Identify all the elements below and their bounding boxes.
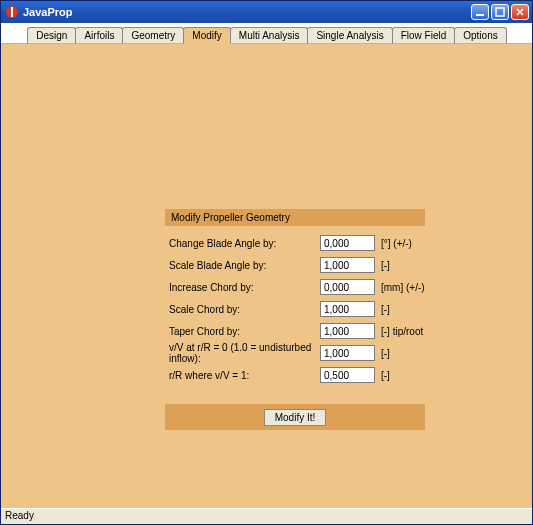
- minimize-button[interactable]: [471, 4, 489, 20]
- field-input[interactable]: [320, 235, 375, 251]
- form-row: v/V at r/R = 0 (1.0 = undisturbed inflow…: [165, 342, 425, 364]
- tab-geometry[interactable]: Geometry: [122, 27, 184, 44]
- tab-design[interactable]: Design: [27, 27, 76, 44]
- status-text: Ready: [5, 510, 34, 521]
- title-bar: JavaProp: [1, 1, 532, 23]
- field-unit: [-] tip/root: [381, 326, 423, 337]
- field-unit: [-]: [381, 348, 390, 359]
- field-unit: [mm] (+/-): [381, 282, 425, 293]
- panel-header: Modify Propeller Geometry: [165, 209, 425, 226]
- svg-rect-1: [11, 7, 13, 17]
- window-buttons: [471, 4, 529, 20]
- maximize-button[interactable]: [491, 4, 509, 20]
- tab-strip: DesignAirfoilsGeometryModifyMulti Analys…: [1, 23, 532, 44]
- field-input[interactable]: [320, 257, 375, 273]
- form-rows: Change Blade Angle by:[°] (+/-)Scale Bla…: [165, 232, 425, 386]
- field-unit: [°] (+/-): [381, 238, 412, 249]
- field-label: Taper Chord by:: [165, 326, 320, 337]
- tab-options[interactable]: Options: [454, 27, 506, 44]
- svg-rect-3: [496, 8, 504, 16]
- tab-modify[interactable]: Modify: [183, 27, 230, 44]
- field-label: Increase Chord by:: [165, 282, 320, 293]
- field-unit: [-]: [381, 304, 390, 315]
- field-label: Scale Chord by:: [165, 304, 320, 315]
- form-row: Scale Chord by:[-]: [165, 298, 425, 320]
- status-bar: Ready: [1, 508, 532, 524]
- form-row: Increase Chord by:[mm] (+/-): [165, 276, 425, 298]
- form-row: Change Blade Angle by:[°] (+/-): [165, 232, 425, 254]
- field-input[interactable]: [320, 323, 375, 339]
- form-row: r/R where v/V = 1:[-]: [165, 364, 425, 386]
- window-title: JavaProp: [23, 6, 471, 18]
- app-icon: [5, 5, 19, 19]
- button-bar: Modify It!: [165, 404, 425, 430]
- tab-flow-field[interactable]: Flow Field: [392, 27, 456, 44]
- field-label: v/V at r/R = 0 (1.0 = undisturbed inflow…: [165, 342, 320, 364]
- field-input[interactable]: [320, 301, 375, 317]
- modify-button[interactable]: Modify It!: [264, 409, 327, 426]
- form-row: Taper Chord by:[-] tip/root: [165, 320, 425, 342]
- field-input[interactable]: [320, 279, 375, 295]
- field-unit: [-]: [381, 370, 390, 381]
- svg-rect-2: [476, 14, 484, 16]
- close-button[interactable]: [511, 4, 529, 20]
- field-label: r/R where v/V = 1:: [165, 370, 320, 381]
- field-unit: [-]: [381, 260, 390, 271]
- field-input[interactable]: [320, 367, 375, 383]
- tab-multi-analysis[interactable]: Multi Analysis: [230, 27, 309, 44]
- field-label: Scale Blade Angle by:: [165, 260, 320, 271]
- modify-panel: Modify Propeller Geometry Change Blade A…: [165, 209, 425, 430]
- client-area: Modify Propeller Geometry Change Blade A…: [1, 44, 532, 508]
- field-label: Change Blade Angle by:: [165, 238, 320, 249]
- form-row: Scale Blade Angle by:[-]: [165, 254, 425, 276]
- app-window: JavaProp DesignAirfoilsGeometryModifyMul…: [0, 0, 533, 525]
- tab-single-analysis[interactable]: Single Analysis: [307, 27, 392, 44]
- tab-airfoils[interactable]: Airfoils: [75, 27, 123, 44]
- field-input[interactable]: [320, 345, 375, 361]
